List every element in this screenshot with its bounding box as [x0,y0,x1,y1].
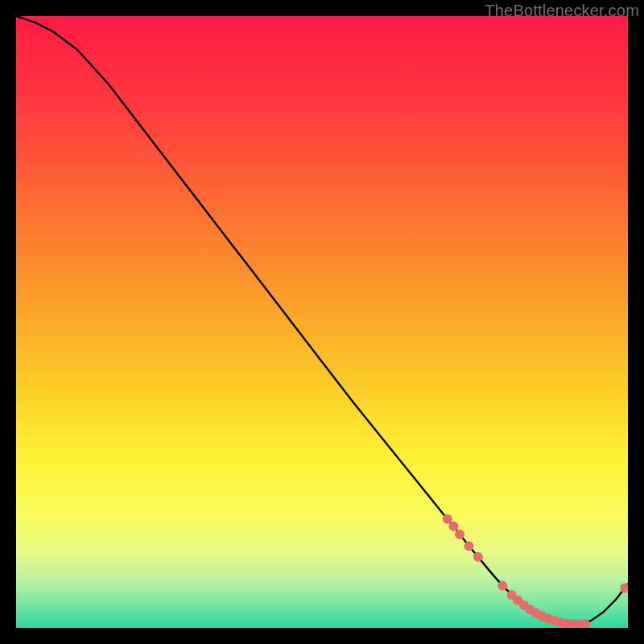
plot-area [16,16,628,628]
curve-marker [448,522,458,531]
chart-stage: TheBottlenecker.com [0,0,644,644]
curve-marker [497,581,507,591]
gradient-background [16,16,628,628]
curve-marker [464,541,473,551]
watermark-text: TheBottlenecker.com [485,2,639,20]
curve-marker [473,552,483,562]
bottleneck-curve-chart [16,16,628,628]
curve-marker [455,530,464,539]
